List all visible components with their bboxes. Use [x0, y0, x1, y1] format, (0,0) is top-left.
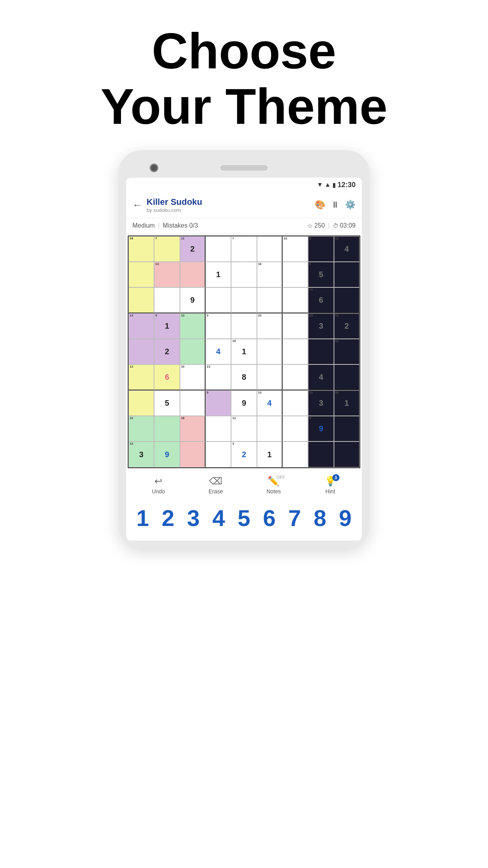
cell-r0-c3[interactable]	[205, 236, 231, 262]
cell-r4-c8[interactable]: 12	[334, 339, 360, 364]
num-btn-2[interactable]: 2	[156, 505, 180, 531]
cell-r8-c1[interactable]: 9	[154, 441, 180, 467]
cell-r2-c5[interactable]	[257, 287, 283, 313]
cell-r0-c6[interactable]: 22	[283, 236, 308, 262]
cell-r3-c3[interactable]: 9	[205, 313, 231, 339]
cell-r8-c4[interactable]: 32	[231, 441, 257, 467]
cell-r5-c3[interactable]: 13	[205, 364, 231, 390]
cell-r0-c5[interactable]	[257, 236, 283, 262]
pause-icon[interactable]: ⏸	[331, 200, 339, 210]
cell-r6-c1[interactable]: 5	[154, 390, 180, 416]
cell-r4-c3[interactable]: 4	[205, 339, 231, 364]
num-btn-9[interactable]: 9	[334, 505, 357, 531]
cell-r6-c3[interactable]: 9	[205, 390, 231, 416]
cell-r2-c0[interactable]	[128, 287, 154, 313]
num-btn-3[interactable]: 3	[182, 505, 205, 531]
cell-r0-c4[interactable]: 7	[231, 236, 257, 262]
cell-r6-c6[interactable]	[283, 390, 308, 416]
cell-r7-c1[interactable]	[154, 416, 180, 441]
sudoku-grid[interactable]: 3971127228114131166591161391139231331322…	[128, 235, 360, 468]
notes-tool[interactable]: ✏️ OFF Notes	[266, 476, 281, 495]
cell-r3-c6[interactable]	[283, 313, 308, 339]
cell-r0-c1[interactable]: 7	[154, 236, 180, 262]
cell-r7-c7[interactable]: 89	[308, 416, 334, 441]
cell-r6-c8[interactable]: 261	[334, 390, 360, 416]
hint-badge: 3	[332, 474, 339, 481]
cell-r7-c0[interactable]: 10	[128, 416, 154, 441]
cell-r4-c2[interactable]	[180, 339, 205, 364]
cell-r8-c8[interactable]	[334, 441, 360, 467]
cell-r8-c7[interactable]	[308, 441, 334, 467]
cell-r6-c7[interactable]: 113	[308, 390, 334, 416]
cell-r2-c7[interactable]: 116	[308, 287, 334, 313]
cell-r1-c7[interactable]: 65	[308, 262, 334, 287]
cell-r6-c0[interactable]	[128, 390, 154, 416]
cell-r8-c2[interactable]	[180, 441, 205, 467]
cell-r1-c6[interactable]	[283, 262, 308, 287]
cell-r1-c2[interactable]	[180, 262, 205, 287]
cell-r4-c6[interactable]	[283, 339, 308, 364]
num-btn-4[interactable]: 4	[207, 505, 231, 531]
settings-icon[interactable]: ⚙️	[345, 200, 356, 210]
cell-r5-c1[interactable]: 6	[154, 364, 180, 390]
cell-r4-c1[interactable]: 2	[154, 339, 180, 364]
cell-r5-c2[interactable]: 10	[180, 364, 205, 390]
cell-r4-c0[interactable]	[128, 339, 154, 364]
cell-r6-c5[interactable]: 134	[257, 390, 283, 416]
cell-r8-c3[interactable]	[205, 441, 231, 467]
num-btn-8[interactable]: 8	[308, 505, 332, 531]
cell-r3-c8[interactable]: 132	[334, 313, 360, 339]
cell-r5-c0[interactable]: 13	[128, 364, 154, 390]
cell-r4-c5[interactable]	[257, 339, 283, 364]
cell-r1-c1[interactable]: 13	[154, 262, 180, 287]
cell-r7-c5[interactable]	[257, 416, 283, 441]
cell-r4-c4[interactable]: 151	[231, 339, 257, 364]
cell-r7-c8[interactable]	[334, 416, 360, 441]
cell-r2-c2[interactable]: 9	[180, 287, 205, 313]
cell-r1-c3[interactable]: 1	[205, 262, 231, 287]
cell-r7-c2[interactable]: 18	[180, 416, 205, 441]
cell-r2-c8[interactable]	[334, 287, 360, 313]
cell-r7-c6[interactable]	[283, 416, 308, 441]
cell-r2-c3[interactable]	[205, 287, 231, 313]
cell-r2-c1[interactable]	[154, 287, 180, 313]
num-btn-1[interactable]: 1	[131, 505, 154, 531]
cell-r0-c7[interactable]: 8	[308, 236, 334, 262]
cell-r0-c8[interactable]: 114	[334, 236, 360, 262]
num-btn-6[interactable]: 6	[257, 505, 281, 531]
cell-r8-c5[interactable]: 1	[257, 441, 283, 467]
cell-r8-c0[interactable]: 123	[128, 441, 154, 467]
undo-tool[interactable]: ↩ Undo	[152, 476, 165, 495]
erase-tool[interactable]: ⌫ Erase	[209, 476, 223, 495]
cell-r1-c4[interactable]	[231, 262, 257, 287]
num-btn-5[interactable]: 5	[232, 505, 256, 531]
back-button[interactable]: ←	[132, 199, 143, 211]
cell-r3-c5[interactable]: 23	[257, 313, 283, 339]
cell-r5-c6[interactable]	[283, 364, 308, 390]
cell-r1-c0[interactable]	[128, 262, 154, 287]
cell-r5-c7[interactable]: 4	[308, 364, 334, 390]
cell-r3-c7[interactable]: 133	[308, 313, 334, 339]
cell-r6-c4[interactable]: 9	[231, 390, 257, 416]
cell-r3-c1[interactable]: 91	[154, 313, 180, 339]
cell-r5-c8[interactable]	[334, 364, 360, 390]
cell-r5-c5[interactable]	[257, 364, 283, 390]
palette-icon[interactable]: 🎨	[315, 200, 325, 210]
cell-r6-c2[interactable]	[180, 390, 205, 416]
cell-r2-c6[interactable]	[283, 287, 308, 313]
cell-r0-c2[interactable]: 112	[180, 236, 205, 262]
cell-r2-c4[interactable]	[231, 287, 257, 313]
cell-r5-c4[interactable]: 8	[231, 364, 257, 390]
cell-r8-c6[interactable]	[283, 441, 308, 467]
cell-r1-c5[interactable]: 16	[257, 262, 283, 287]
cell-r7-c3[interactable]	[205, 416, 231, 441]
cell-r7-c4[interactable]: 12	[231, 416, 257, 441]
cell-r3-c4[interactable]	[231, 313, 257, 339]
cell-r1-c8[interactable]	[334, 262, 360, 287]
cell-r4-c7[interactable]	[308, 339, 334, 364]
num-btn-7[interactable]: 7	[283, 505, 306, 531]
hint-tool[interactable]: 💡 3 Hint	[325, 476, 336, 495]
cell-r0-c0[interactable]: 39	[128, 236, 154, 262]
cell-r3-c0[interactable]: 13	[128, 313, 154, 339]
cell-r3-c2[interactable]: 13	[180, 313, 205, 339]
